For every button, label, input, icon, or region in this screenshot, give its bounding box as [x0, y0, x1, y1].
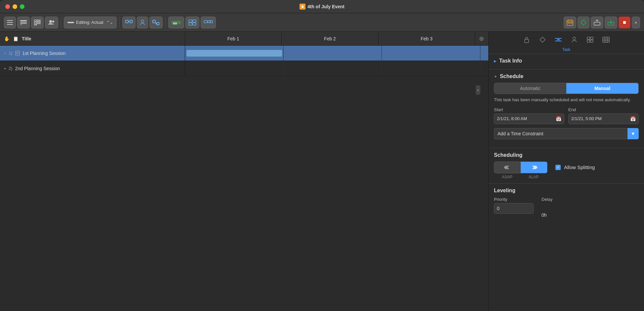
time-constraint-wrap: Add a Time Constraint ▼: [494, 128, 639, 139]
allow-splitting-label: Allow Splitting: [564, 164, 595, 170]
time-constraint-dropdown-btn[interactable]: ▼: [627, 128, 639, 139]
panel-diamond-btn[interactable]: [537, 34, 548, 45]
svg-rect-8: [37, 20, 39, 22]
panel-lock-btn[interactable]: [521, 34, 532, 45]
toolbar-more-button[interactable]: »: [632, 17, 640, 28]
svg-rect-40: [570, 22, 571, 23]
svg-rect-60: [590, 40, 593, 42]
toolbar-connect-button[interactable]: [122, 17, 136, 28]
main-layout: ✋ 📋 Title Feb 1 Feb 2 Feb 3 ⊕: [0, 32, 644, 311]
svg-rect-5: [20, 23, 27, 24]
toolbar-person-button[interactable]: [137, 17, 148, 28]
svg-rect-2: [7, 24, 13, 25]
allow-splitting-checkbox[interactable]: ✓: [555, 165, 561, 170]
table-icon: [602, 37, 610, 43]
svg-rect-30: [204, 21, 207, 23]
priority-input[interactable]: [494, 203, 534, 214]
start-date-input[interactable]: [497, 116, 556, 121]
panel-task-btn[interactable]: [553, 34, 564, 45]
task-title-2: 2nd Planning Session: [15, 66, 60, 71]
end-date-field: End 📅: [568, 107, 639, 124]
gantt-right-expand[interactable]: »: [476, 85, 480, 95]
chevron-up-down-icon: ⌃⌄: [106, 20, 113, 25]
asap-button[interactable]: [494, 162, 521, 173]
gantt-row[interactable]: ● 2) 2nd Planning Session: [0, 61, 488, 76]
close-button[interactable]: [5, 4, 10, 9]
toolbar-green-bar-button[interactable]: ▮▮▮: [168, 17, 184, 28]
end-date-input[interactable]: [571, 116, 630, 121]
alap-button[interactable]: [521, 162, 547, 173]
start-date-wrap[interactable]: 📅: [494, 113, 564, 124]
toolbar-menu-button[interactable]: [4, 17, 16, 28]
gantt-col-extra-row1: [480, 46, 488, 61]
maximize-button[interactable]: [20, 4, 24, 9]
toolbar-users-button[interactable]: [45, 17, 58, 28]
calendar-icon: [567, 19, 573, 26]
upload-icon: [594, 20, 600, 25]
list-icon: [20, 20, 27, 25]
download-icon: [608, 20, 614, 25]
svg-rect-1: [7, 22, 13, 23]
schedule-description: This task has been manually scheduled an…: [494, 97, 639, 103]
leveling-section: Leveling Priority Delay 0h: [489, 184, 644, 222]
date-row: Start 📅 End 📅: [494, 107, 639, 124]
automatic-toggle[interactable]: Automatic: [494, 83, 566, 94]
date-col-feb1: Feb 1: [185, 32, 282, 45]
date-col-feb3: Feb 3: [379, 32, 475, 45]
toolbar-download-button[interactable]: [605, 17, 617, 28]
toolbar-right: »: [564, 17, 640, 28]
toolbar-grid-button[interactable]: [31, 17, 44, 28]
end-date-wrap[interactable]: 📅: [568, 113, 639, 124]
schedule-header[interactable]: ▼ Schedule: [494, 73, 639, 79]
right-panel: Task ▶ Task Info ▼ Schedule Automatic M: [489, 32, 644, 311]
gantt-rows: ● 1) 1st Planning Session: [0, 46, 488, 311]
toolbar-diagonal-button[interactable]: [149, 17, 163, 28]
svg-rect-26: [189, 20, 192, 22]
svg-rect-42: [594, 22, 600, 25]
panel-table-btn[interactable]: [601, 34, 611, 45]
task-info-header[interactable]: ▶ Task Info: [494, 58, 639, 64]
end-calendar-icon[interactable]: 📅: [630, 116, 636, 121]
delay-value: 0h: [542, 203, 552, 218]
svg-rect-57: [587, 37, 590, 39]
svg-rect-21: [153, 20, 155, 23]
svg-rect-3: [20, 20, 27, 21]
toolbar: Editing: Actual ⌃⌄ ▮▮▮: [0, 13, 644, 32]
start-date-field: Start 📅: [494, 107, 564, 124]
svg-rect-10: [34, 22, 37, 24]
gantt-header: ✋ 📋 Title Feb 1 Feb 2 Feb 3 ⊕: [0, 32, 488, 46]
toolbar-stop-button[interactable]: [619, 17, 630, 28]
editing-select[interactable]: Editing: Actual ⌃⌄: [64, 17, 117, 28]
gantt-bar-1[interactable]: [186, 50, 282, 57]
toolbar-separator-3: [165, 18, 166, 27]
start-calendar-icon[interactable]: 📅: [556, 116, 561, 121]
svg-rect-9: [39, 20, 41, 22]
panel-grid2-btn[interactable]: [585, 34, 595, 45]
toolbar-split-button[interactable]: [201, 17, 216, 28]
minimize-button[interactable]: [13, 4, 17, 9]
gantt-row[interactable]: ● 1) 1st Planning Session: [0, 46, 488, 61]
asap-alap-labels-row: ASAP ALAP: [494, 175, 639, 179]
schedule-toggle: Automatic Manual: [494, 83, 639, 94]
svg-rect-32: [211, 21, 213, 23]
toolbar-list-button[interactable]: [17, 17, 30, 28]
manual-toggle[interactable]: Manual: [566, 83, 638, 94]
toolbar-upload-button[interactable]: [591, 17, 603, 28]
start-label: Start: [494, 107, 564, 112]
svg-point-20: [141, 20, 144, 22]
gantt-chart-row-1: [185, 46, 488, 61]
svg-point-56: [573, 37, 576, 40]
diamond-panel-icon: [540, 37, 545, 43]
toolbar-diamond-button[interactable]: [578, 17, 589, 28]
panel-person-btn[interactable]: [569, 34, 580, 45]
task-info-triangle: ▶: [494, 59, 497, 63]
add-column-button[interactable]: ⊕: [475, 32, 488, 45]
schedule-title: Schedule: [500, 73, 523, 79]
diamond-icon: [581, 20, 586, 25]
svg-rect-59: [587, 40, 590, 42]
toolbar-layers-button[interactable]: [185, 17, 199, 28]
alap-label: ALAP: [520, 175, 547, 179]
task-icon: [555, 37, 562, 42]
toolbar-calendar-button[interactable]: [564, 17, 576, 28]
time-constraint-select[interactable]: Add a Time Constraint: [494, 128, 628, 139]
